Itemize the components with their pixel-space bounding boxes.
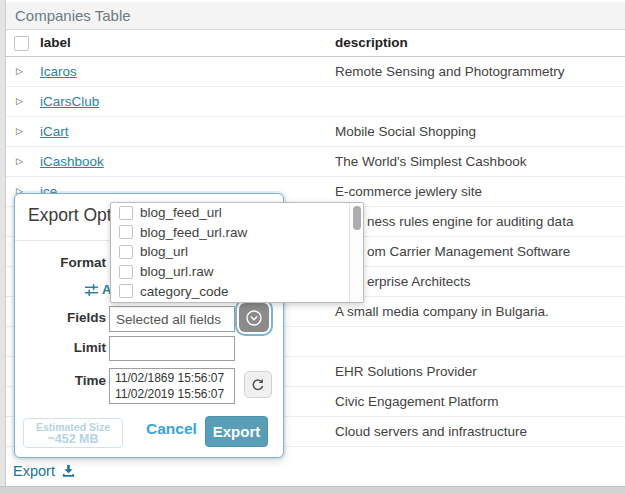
column-header-label: label xyxy=(40,30,71,56)
estimated-size-value: ~452 MB xyxy=(24,433,122,446)
option-label: blog_feed_url xyxy=(140,205,222,220)
fields-input[interactable] xyxy=(109,306,235,332)
dropdown-option[interactable]: blog_url.raw xyxy=(111,262,363,282)
expand-caret-icon[interactable]: ▷ xyxy=(16,87,23,116)
time-label: Time xyxy=(15,373,106,388)
company-description: A small media company in Bulgaria. xyxy=(335,297,549,326)
fields-dropdown-list: blog_feed_urlblog_feed_url.rawblog_urlbl… xyxy=(110,202,364,303)
company-description: EHR Solutions Provider xyxy=(335,357,477,386)
company-description: erprise Architects xyxy=(367,267,471,296)
advanced-fields-link[interactable]: A xyxy=(85,282,111,297)
dropdown-option[interactable]: blog_url xyxy=(111,242,363,262)
cancel-button[interactable]: Cancel xyxy=(146,420,197,438)
company-description: Mobile Social Shopping xyxy=(335,117,476,146)
option-label: category_code xyxy=(140,284,229,299)
company-description: Cloud servers and infrastructure xyxy=(335,417,527,446)
dropdown-option[interactable]: blog_feed_url.raw xyxy=(111,223,363,243)
table-row: ▷iCashbookThe World's Simplest Cashbook xyxy=(6,147,625,177)
expand-caret-icon[interactable]: ▷ xyxy=(16,117,23,146)
option-checkbox[interactable] xyxy=(119,284,133,298)
dropdown-option[interactable]: blog_feed_url xyxy=(111,203,363,223)
dropdown-options: blog_feed_urlblog_feed_url.rawblog_urlbl… xyxy=(111,203,363,301)
table-row: ▷iCarsClub xyxy=(6,87,625,117)
company-label-link[interactable]: iCart xyxy=(40,117,69,146)
expand-caret-icon[interactable]: ▷ xyxy=(16,57,23,86)
table-row: ▷IcarosRemote Sensing and Photogrammetry xyxy=(6,57,625,87)
option-label: blog_url.raw xyxy=(140,264,214,279)
table-row: ▷iCartMobile Social Shopping xyxy=(6,117,625,147)
table-header-row: label description xyxy=(6,30,625,57)
option-label: blog_url xyxy=(140,244,188,259)
company-description: Civic Engagement Platform xyxy=(335,387,499,416)
option-checkbox[interactable] xyxy=(119,206,133,220)
dropdown-scrollbar[interactable] xyxy=(349,203,363,302)
estimated-size-badge: Estimated Size ~452 MB xyxy=(23,418,123,448)
refresh-icon xyxy=(251,378,265,392)
sliders-icon xyxy=(85,284,98,296)
company-description: ness rules engine for auditing data xyxy=(367,207,573,236)
select-all-checkbox[interactable] xyxy=(14,36,29,51)
bottom-bar xyxy=(0,486,625,493)
time-input[interactable] xyxy=(109,368,235,404)
limit-input[interactable] xyxy=(109,336,235,361)
limit-label: Limit xyxy=(15,340,106,355)
export-link-label: Export xyxy=(13,463,55,479)
company-description: Remote Sensing and Photogrammetry xyxy=(335,57,565,86)
option-checkbox[interactable] xyxy=(119,225,133,239)
dropdown-option[interactable]: category_code xyxy=(111,281,363,301)
company-label-link[interactable]: Icaros xyxy=(40,57,77,86)
app-window: Companies Table label description ▷Icaro… xyxy=(0,0,625,493)
format-label: Format xyxy=(15,255,106,270)
panel-title: Companies Table xyxy=(6,2,625,30)
option-label: blog_feed_url.raw xyxy=(140,225,247,240)
column-header-description: description xyxy=(335,30,408,56)
company-label-link[interactable]: iCashbook xyxy=(40,147,104,176)
chevron-down-circle-icon xyxy=(245,309,263,327)
fields-label: Fields xyxy=(15,310,106,325)
option-checkbox[interactable] xyxy=(119,265,133,279)
company-label-link[interactable]: iCarsClub xyxy=(40,87,99,116)
expand-caret-icon[interactable]: ▷ xyxy=(16,147,23,176)
left-gutter xyxy=(0,0,6,493)
option-checkbox[interactable] xyxy=(119,245,133,259)
company-description: om Carrier Management Software xyxy=(367,237,570,266)
export-link[interactable]: Export xyxy=(13,463,76,479)
fields-dropdown-button[interactable] xyxy=(239,303,269,332)
export-button[interactable]: Export xyxy=(205,416,268,447)
time-refresh-button[interactable] xyxy=(244,371,272,398)
download-icon xyxy=(61,464,76,478)
dropdown-scrollbar-thumb[interactable] xyxy=(353,206,361,230)
company-description: The World's Simplest Cashbook xyxy=(335,147,526,176)
